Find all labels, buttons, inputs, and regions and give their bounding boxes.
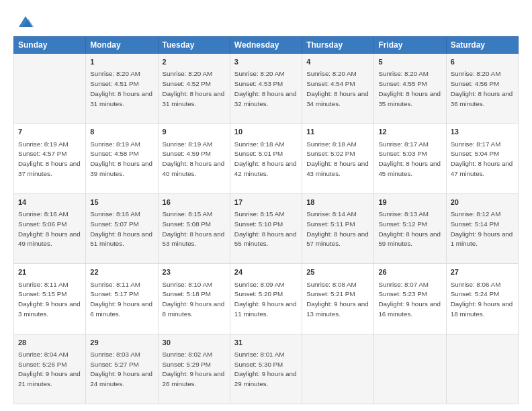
calendar-cell: 12 Sunrise: 8:17 AM Sunset: 5:03 PM Dayl…	[374, 124, 446, 193]
day-sunset: Sunset: 5:04 PM	[451, 150, 499, 157]
day-sunrise: Sunrise: 8:16 AM	[90, 210, 140, 218]
day-number: 20	[451, 197, 514, 208]
day-sunset: Sunset: 5:07 PM	[90, 220, 138, 228]
calendar-cell: 26 Sunrise: 8:07 AM Sunset: 5:23 PM Dayl…	[374, 264, 446, 334]
day-number: 8	[90, 127, 153, 137]
day-number: 6	[451, 57, 514, 67]
day-daylight: Daylight: 8 hours and 45 minutes.	[378, 160, 441, 177]
day-sunrise: Sunrise: 8:20 AM	[90, 70, 140, 77]
day-sunset: Sunset: 4:52 PM	[163, 80, 211, 87]
calendar-cell: 6 Sunrise: 8:20 AM Sunset: 4:56 PM Dayli…	[446, 54, 518, 124]
day-sunset: Sunset: 5:08 PM	[163, 220, 211, 228]
day-sunset: Sunset: 5:10 PM	[234, 220, 283, 228]
day-daylight: Daylight: 8 hours and 47 minutes.	[451, 160, 513, 177]
page: SundayMondayTuesdayWednesdayThursdayFrid…	[0, 0, 532, 411]
day-header-wednesday: Wednesday	[230, 37, 302, 54]
day-header-saturday: Saturday	[446, 37, 518, 54]
day-sunset: Sunset: 4:51 PM	[90, 80, 138, 87]
day-number: 11	[306, 127, 369, 137]
calendar-cell: 22 Sunrise: 8:11 AM Sunset: 5:17 PM Dayl…	[86, 264, 158, 334]
day-number: 4	[306, 57, 369, 67]
calendar-cell: 4 Sunrise: 8:20 AM Sunset: 4:54 PM Dayli…	[302, 54, 374, 124]
day-sunset: Sunset: 4:56 PM	[451, 80, 499, 87]
day-daylight: Daylight: 8 hours and 57 minutes.	[306, 230, 369, 248]
calendar-cell: 23 Sunrise: 8:10 AM Sunset: 5:18 PM Dayl…	[158, 264, 230, 334]
day-sunrise: Sunrise: 8:16 AM	[18, 210, 69, 218]
calendar-cell: 1 Sunrise: 8:20 AM Sunset: 4:51 PM Dayli…	[86, 54, 158, 124]
calendar-cell: 14 Sunrise: 8:16 AM Sunset: 5:06 PM Dayl…	[14, 193, 86, 263]
calendar-cell: 10 Sunrise: 8:18 AM Sunset: 5:01 PM Dayl…	[230, 124, 302, 193]
day-daylight: Daylight: 9 hours and 18 minutes.	[451, 300, 513, 318]
day-number: 14	[18, 197, 81, 208]
day-daylight: Daylight: 8 hours and 43 minutes.	[306, 160, 369, 177]
day-number: 15	[90, 197, 153, 208]
day-number: 28	[18, 338, 81, 348]
day-number: 29	[90, 338, 153, 348]
day-daylight: Daylight: 8 hours and 34 minutes.	[306, 90, 369, 107]
day-sunset: Sunset: 5:11 PM	[306, 220, 355, 228]
day-sunrise: Sunrise: 8:19 AM	[90, 140, 140, 148]
day-sunrise: Sunrise: 8:19 AM	[18, 140, 69, 148]
calendar-cell: 8 Sunrise: 8:19 AM Sunset: 4:58 PM Dayli…	[86, 124, 158, 193]
day-sunrise: Sunrise: 8:20 AM	[234, 70, 285, 77]
calendar-cell: 2 Sunrise: 8:20 AM Sunset: 4:52 PM Dayli…	[158, 54, 230, 124]
calendar-cell: 17 Sunrise: 8:15 AM Sunset: 5:10 PM Dayl…	[230, 193, 302, 263]
day-number: 19	[378, 197, 441, 208]
day-daylight: Daylight: 8 hours and 49 minutes.	[18, 230, 81, 248]
calendar-cell: 7 Sunrise: 8:19 AM Sunset: 4:57 PM Dayli…	[14, 124, 86, 193]
day-number: 3	[234, 57, 298, 67]
day-sunrise: Sunrise: 8:09 AM	[234, 281, 285, 288]
calendar-cell: 5 Sunrise: 8:20 AM Sunset: 4:55 PM Dayli…	[374, 54, 446, 124]
day-sunrise: Sunrise: 8:01 AM	[234, 351, 285, 358]
day-number: 10	[234, 127, 298, 137]
day-sunrise: Sunrise: 8:10 AM	[163, 281, 213, 288]
logo	[13, 12, 35, 31]
calendar-week-row: 14 Sunrise: 8:16 AM Sunset: 5:06 PM Dayl…	[14, 193, 519, 263]
day-sunrise: Sunrise: 8:17 AM	[378, 140, 429, 148]
day-number: 21	[18, 267, 81, 277]
day-sunset: Sunset: 5:02 PM	[306, 150, 355, 157]
day-daylight: Daylight: 8 hours and 42 minutes.	[234, 160, 297, 177]
day-number: 31	[234, 338, 298, 348]
calendar-week-row: 21 Sunrise: 8:11 AM Sunset: 5:15 PM Dayl…	[14, 264, 519, 334]
day-sunrise: Sunrise: 8:19 AM	[163, 140, 213, 148]
day-sunset: Sunset: 5:03 PM	[378, 150, 427, 157]
day-daylight: Daylight: 9 hours and 13 minutes.	[306, 300, 369, 318]
day-sunrise: Sunrise: 8:18 AM	[306, 140, 357, 148]
day-sunset: Sunset: 5:06 PM	[18, 220, 66, 228]
day-sunset: Sunset: 5:18 PM	[163, 290, 211, 298]
day-daylight: Daylight: 8 hours and 37 minutes.	[18, 160, 81, 177]
calendar-cell: 18 Sunrise: 8:14 AM Sunset: 5:11 PM Dayl…	[302, 193, 374, 263]
day-daylight: Daylight: 9 hours and 3 minutes.	[18, 300, 81, 318]
day-sunrise: Sunrise: 8:15 AM	[234, 210, 285, 218]
calendar-cell: 25 Sunrise: 8:08 AM Sunset: 5:21 PM Dayl…	[302, 264, 374, 334]
day-daylight: Daylight: 8 hours and 51 minutes.	[90, 230, 152, 248]
calendar-cell: 11 Sunrise: 8:18 AM Sunset: 5:02 PM Dayl…	[302, 124, 374, 193]
calendar-cell	[446, 334, 518, 404]
day-sunrise: Sunrise: 8:20 AM	[163, 70, 213, 77]
day-number: 7	[18, 127, 81, 137]
calendar-table: SundayMondayTuesdayWednesdayThursdayFrid…	[13, 36, 519, 404]
logo-icon	[16, 12, 35, 31]
day-header-sunday: Sunday	[14, 37, 86, 54]
day-sunrise: Sunrise: 8:18 AM	[234, 140, 285, 148]
day-number: 16	[163, 197, 226, 208]
day-number: 13	[451, 127, 514, 137]
day-sunrise: Sunrise: 8:03 AM	[90, 351, 140, 358]
day-daylight: Daylight: 8 hours and 39 minutes.	[90, 160, 152, 177]
calendar-cell: 29 Sunrise: 8:03 AM Sunset: 5:27 PM Dayl…	[86, 334, 158, 404]
day-number: 18	[306, 197, 369, 208]
calendar-cell: 13 Sunrise: 8:17 AM Sunset: 5:04 PM Dayl…	[446, 124, 518, 193]
calendar-cell: 16 Sunrise: 8:15 AM Sunset: 5:08 PM Dayl…	[158, 193, 230, 263]
calendar-week-row: 28 Sunrise: 8:04 AM Sunset: 5:26 PM Dayl…	[14, 334, 519, 404]
day-sunrise: Sunrise: 8:15 AM	[163, 210, 213, 218]
day-sunset: Sunset: 5:15 PM	[18, 290, 66, 298]
day-header-friday: Friday	[374, 37, 446, 54]
calendar-cell: 9 Sunrise: 8:19 AM Sunset: 4:59 PM Dayli…	[158, 124, 230, 193]
day-number: 12	[378, 127, 441, 137]
calendar-week-row: 7 Sunrise: 8:19 AM Sunset: 4:57 PM Dayli…	[14, 124, 519, 193]
day-number: 27	[451, 267, 514, 277]
day-daylight: Daylight: 8 hours and 59 minutes.	[378, 230, 441, 248]
calendar-cell: 24 Sunrise: 8:09 AM Sunset: 5:20 PM Dayl…	[230, 264, 302, 334]
day-number: 30	[163, 338, 226, 348]
